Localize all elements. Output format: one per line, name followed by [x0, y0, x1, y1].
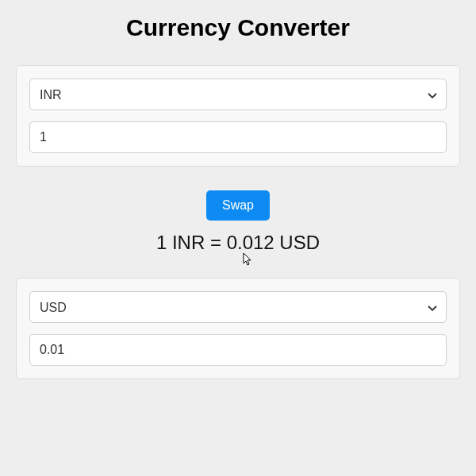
from-currency-select-wrap: INR	[29, 79, 447, 110]
page-title: Currency Converter	[16, 14, 460, 41]
from-amount-input[interactable]	[29, 121, 447, 153]
to-amount-input[interactable]	[29, 334, 447, 366]
exchange-rate-text: 1 INR = 0.012 USD	[16, 232, 460, 254]
to-currency-select-wrap: USD	[29, 291, 447, 323]
from-currency-select[interactable]: INR	[29, 79, 447, 110]
to-currency-card: USD	[16, 278, 460, 379]
middle-section: Swap 1 INR = 0.012 USD	[16, 190, 460, 254]
swap-button[interactable]: Swap	[206, 190, 270, 221]
to-currency-select[interactable]: USD	[29, 291, 447, 323]
from-currency-card: INR	[16, 65, 460, 167]
app-container: Currency Converter INR Swap 1 INR = 0.01…	[0, 0, 476, 403]
